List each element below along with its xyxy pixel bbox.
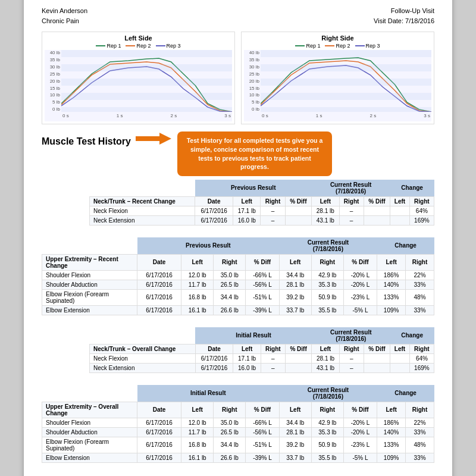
tooltip-arrow-container [136,131,171,146]
rep1-label: Rep 1 [107,43,121,49]
right-chart-area: 40 lb35 lb30 lb25 lb 20 lb15 lb10 lb5 lb… [244,50,431,121]
rep3-label: Rep 3 [167,43,181,49]
patient-condition: Chronic Pain [42,16,87,26]
recent-upper-table-wrapper: Previous Result Current Result(7/18/2016… [42,237,434,315]
pctdiff-col: % Diff [285,196,311,206]
table-row: Neck Extension 6/17/2016 16.0 lb – 43.1 … [90,215,434,225]
left-chart-plot [61,50,232,112]
left-x-axis: 0 s1 s2 s3 s [61,113,232,121]
left-col2: Left [312,196,339,206]
upper-overall-label: Upper Extremity – Overall Change [42,402,137,418]
table-row: Shoulder Flexion 6/17/2016 12.0 lb 35.0 … [42,270,434,280]
prev-result-header2: Previous Result [137,237,280,255]
overall-upper-table-wrapper: Initial Result Current Result(7/18/2016)… [42,385,434,463]
overall-upper-table: Initial Result Current Result(7/18/2016)… [42,385,434,463]
right-col2: Right [339,196,364,206]
patient-info: Kevin Anderson Chronic Pain [42,6,87,26]
curr-result-header2: Current Result(7/18/2016) [279,237,377,255]
change-header: Change [390,180,434,197]
right-side-chart: Right Side Rep 1 Rep 2 Rep 3 40 lb35 lb3… [241,32,434,124]
legend-rep2: Rep 2 [126,43,151,49]
visit-info: Follow-Up Visit Visit Date: 7/18/2016 [374,6,434,26]
left-chart-legend: Rep 1 Rep 2 Rep 3 [45,43,232,49]
r-rep2-label: Rep 2 [336,43,350,49]
r-rep2-line [325,45,334,46]
date-col-header: Date [195,196,233,206]
change-header3: Change [390,327,434,345]
right-chart-title: Right Side [244,35,431,42]
legend-rep3: Rep 3 [156,43,181,49]
table-row: Shoulder Abduction 6/17/2016 11.7 lb 26.… [42,427,434,437]
right-y-axis: 40 lb35 lb30 lb25 lb 20 lb15 lb10 lb5 lb… [244,50,261,112]
arrow-svg [136,131,171,146]
rep1-line [96,45,105,46]
visit-date: Visit Date: 7/18/2016 [374,16,434,26]
change-header2: Change [377,237,434,255]
legend-rep1: Rep 1 [96,43,121,49]
init-result-header: Initial Result [195,327,312,345]
report-header: Kevin Anderson Chronic Pain Follow-Up Vi… [42,6,434,26]
r-legend-rep1: Rep 1 [295,43,320,49]
r-rep3-line [355,45,365,46]
right-col3: Right [409,196,434,206]
right-chart-legend: Rep 1 Rep 2 Rep 3 [244,43,431,49]
left-side-chart: Left Side Rep 1 Rep 2 Rep 3 40 lb35 lb30… [42,32,235,124]
upper-recent-label: Upper Extremity – Recent Change [42,254,137,270]
table-row: Elbow Flexion (Forearm Supinated) 6/17/2… [42,437,434,453]
neck-recent-label: Neck/Trunk – Recent Change [90,196,195,206]
tooltip-bubble: Test History for all completed tests giv… [177,131,332,176]
pctdiff-col2: % Diff [364,196,390,206]
rep3-line [156,45,165,46]
right-chart-plot [261,50,431,112]
table-row: Shoulder Flexion 6/17/2016 12.0 lb 35.0 … [42,418,434,427]
table-row: Neck Flexion 6/17/2016 17.1 lb – 28.1 lb… [90,353,434,363]
r-rep3-label: Rep 3 [366,43,380,49]
visit-type: Follow-Up Visit [374,6,434,16]
charts-row: Left Side Rep 1 Rep 2 Rep 3 40 lb35 lb30… [42,32,434,124]
table-row: Elbow Extension 6/17/2016 16.1 lb 26.6 l… [42,453,434,462]
prev-result-header: Previous Result [195,180,312,197]
rep2-line [126,45,135,46]
overall-neck-table-wrapper: Initial Result Current Result(7/18/2016)… [42,327,434,373]
neck-overall-label: Neck/Trunk – Overall Change [90,344,196,353]
section-title: Muscle Test History [42,136,131,147]
recent-neck-table: Previous Result Current Result(7/18/2016… [89,180,434,226]
r-legend-rep3: Rep 3 [355,43,380,49]
r-rep1-label: Rep 1 [306,43,320,49]
init-result-header2: Initial Result [137,385,280,402]
right-col: Right [261,196,285,206]
recent-neck-table-wrapper: Previous Result Current Result(7/18/2016… [42,180,434,226]
table-row: Elbow Extension 6/17/2016 16.1 lb 26.6 l… [42,305,434,315]
left-col: Left [233,196,260,206]
report-page: Kevin Anderson Chronic Pain Follow-Up Vi… [24,0,452,476]
r-legend-rep2: Rep 2 [325,43,350,49]
curr-result-header3: Current Result(7/18/2016) [312,327,390,345]
table-row: Shoulder Abduction 6/17/2016 11.7 lb 26.… [42,280,434,289]
rep2-label: Rep 2 [136,43,151,49]
patient-name: Kevin Anderson [42,6,87,16]
recent-upper-table: Previous Result Current Result(7/18/2016… [42,237,434,315]
r-rep1-line [295,45,305,46]
change-header4: Change [377,385,434,402]
left-chart-title: Left Side [45,35,232,42]
table-row: Elbow Flexion (Forearm Supinated) 6/17/2… [42,289,434,305]
curr-result-header4: Current Result(7/18/2016) [279,385,377,402]
section-header-row: Muscle Test History Test History for all… [42,131,434,176]
left-col3: Left [390,196,410,206]
right-x-axis: 0 s1 s2 s3 s [261,113,431,121]
left-chart-area: 40 lb35 lb30 lb25 lb 20 lb15 lb10 lb5 lb… [45,50,232,121]
table-row: Neck Flexion 6/17/2016 17.1 lb – 28.1 lb… [90,206,434,215]
svg-marker-0 [136,133,171,145]
overall-neck-table: Initial Result Current Result(7/18/2016)… [89,327,434,373]
curr-result-header: Current Result(7/18/2016) [312,180,390,197]
table-row: Neck Extension 6/17/2016 16.0 lb – 43.1 … [90,363,434,372]
left-y-axis: 40 lb35 lb30 lb25 lb 20 lb15 lb10 lb5 lb… [45,50,61,112]
